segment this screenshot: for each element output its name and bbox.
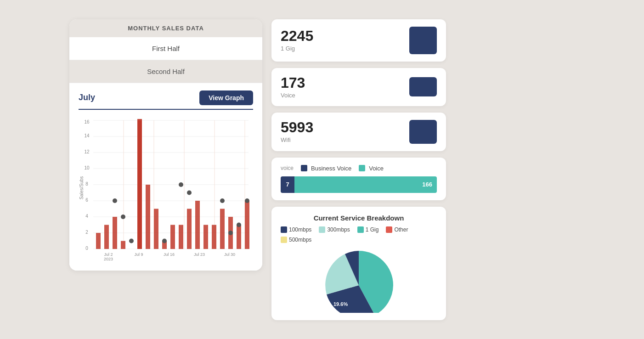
svg-text:6: 6 [85, 198, 88, 203]
stat-bar-gig [409, 27, 437, 54]
swatch-500mbps [281, 237, 287, 243]
pie-container: 19.6% [281, 249, 437, 313]
svg-text:2: 2 [85, 230, 88, 235]
svg-text:0: 0 [85, 246, 88, 251]
stat-bar-wifi [409, 120, 437, 144]
chart-divider [79, 109, 253, 110]
stat-card-voice: 173 Voice [271, 68, 446, 106]
chart-month: July [79, 93, 95, 102]
svg-rect-25 [104, 225, 109, 249]
legend-1gig: 1 Gig [357, 226, 379, 233]
voice-biz-segment: 7 [281, 176, 294, 193]
legend-business-voice: Business Voice [301, 165, 351, 172]
svg-rect-51 [245, 201, 249, 249]
svg-rect-44 [212, 225, 216, 249]
svg-rect-40 [187, 209, 192, 249]
svg-text:Sales/Subs: Sales/Subs [79, 176, 84, 199]
svg-rect-42 [195, 201, 200, 249]
legend-300mbps: 300mbps [319, 226, 350, 233]
svg-rect-24 [96, 233, 101, 249]
svg-text:Jul 30: Jul 30 [224, 252, 235, 257]
svg-rect-45 [220, 209, 225, 249]
voice-title: voice [281, 165, 294, 171]
svg-text:16: 16 [84, 119, 90, 124]
svg-point-30 [129, 238, 134, 243]
svg-point-27 [113, 198, 117, 203]
svg-rect-49 [237, 225, 241, 249]
svg-text:12: 12 [84, 149, 90, 154]
chart-area: 0 2 4 6 8 10 12 14 16 Sales/Subs [79, 114, 253, 261]
business-voice-label: Business Voice [311, 165, 351, 172]
breakdown-legend: 100mbps 300mbps 1 Gig Other 500mbps [281, 226, 437, 243]
stat-label-voice: Voice [281, 92, 305, 99]
voice-breakdown-card: voice Business Voice Voice 7 166 [271, 158, 446, 200]
stat-card-wifi: 5993 Wifi [271, 113, 446, 151]
voice-label: Voice [369, 165, 384, 172]
panel-title: MONTHLY SALES DATA [69, 19, 262, 37]
stat-label-wifi: Wifi [281, 136, 313, 143]
svg-rect-26 [113, 217, 117, 249]
svg-point-52 [245, 198, 249, 203]
left-panel: MONTHLY SALES DATA First Half Second Hal… [69, 19, 262, 271]
svg-text:Jul 16: Jul 16 [164, 252, 175, 257]
stat-number-voice: 173 [281, 75, 305, 90]
legend-other: Other [386, 226, 408, 233]
svg-point-41 [187, 190, 192, 195]
voice-reg-segment: 166 [294, 176, 437, 193]
chart-header: July View Graph [79, 90, 253, 105]
stat-number-wifi: 5993 [281, 120, 313, 135]
swatch-1gig [357, 226, 364, 233]
svg-text:4: 4 [85, 214, 88, 219]
legend-voice: Voice [359, 165, 384, 172]
svg-text:14: 14 [84, 133, 90, 138]
right-panel: 2245 1 Gig 173 Voice 5993 Wifi voice [271, 19, 446, 320]
breakdown-title: Current Service Breakdown [281, 214, 437, 222]
stat-info-voice: 173 Voice [281, 75, 305, 99]
svg-rect-43 [203, 225, 208, 249]
svg-text:10: 10 [84, 165, 90, 170]
svg-rect-37 [170, 225, 175, 249]
svg-rect-38 [179, 225, 183, 249]
svg-point-29 [121, 215, 125, 219]
voice-stacked-bar: 7 166 [281, 176, 437, 193]
pie-chart: 19.6% [308, 249, 409, 313]
stat-info-gig: 2245 1 Gig [281, 28, 313, 52]
voice-legend: voice Business Voice Voice [281, 165, 437, 172]
svg-text:19.6%: 19.6% [333, 301, 348, 307]
voice-dot [359, 165, 365, 171]
svg-rect-32 [137, 120, 142, 249]
svg-point-46 [220, 198, 225, 203]
second-half-tab[interactable]: Second Half [69, 60, 262, 83]
svg-text:Jul 23: Jul 23 [194, 252, 205, 257]
svg-rect-33 [146, 185, 150, 249]
swatch-300mbps [319, 226, 325, 233]
chart-section: July View Graph 0 2 4 6 8 10 12 14 16 [69, 83, 262, 271]
svg-rect-28 [121, 241, 125, 249]
legend-100mbps: 100mbps [281, 226, 311, 233]
business-voice-dot [301, 165, 307, 171]
svg-text:Jul 9: Jul 9 [134, 252, 143, 257]
main-container: MONTHLY SALES DATA First Half Second Hal… [69, 19, 575, 320]
swatch-100mbps [281, 226, 287, 233]
svg-text:8: 8 [85, 181, 88, 186]
swatch-other [386, 226, 392, 233]
legend-500mbps: 500mbps [281, 237, 311, 243]
svg-point-39 [179, 182, 183, 187]
stat-number-gig: 2245 [281, 28, 313, 43]
view-graph-button[interactable]: View Graph [199, 90, 253, 105]
svg-point-50 [237, 222, 241, 227]
service-breakdown-card: Current Service Breakdown 100mbps 300mbp… [271, 207, 446, 320]
svg-text:Jul 2: Jul 2 [104, 252, 113, 257]
first-half-tab[interactable]: First Half [69, 37, 262, 60]
svg-rect-34 [154, 209, 158, 249]
svg-text:2023: 2023 [104, 257, 113, 261]
stat-card-gig: 2245 1 Gig [271, 19, 446, 62]
stat-bar-voice [409, 77, 437, 96]
stat-label-gig: 1 Gig [281, 45, 313, 52]
svg-point-36 [162, 238, 167, 243]
bar-chart: 0 2 4 6 8 10 12 14 16 Sales/Subs [79, 114, 253, 261]
svg-point-48 [228, 231, 233, 235]
stat-info-wifi: 5993 Wifi [281, 120, 313, 143]
